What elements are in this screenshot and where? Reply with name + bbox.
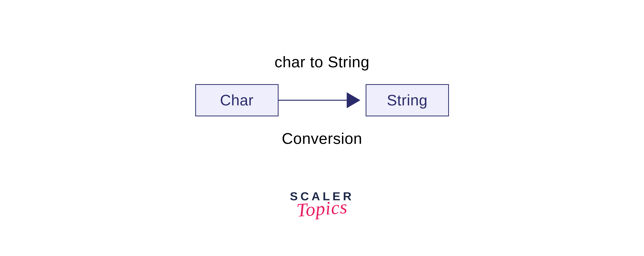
arrow-line-icon — [278, 100, 350, 101]
brand-logo: SCALER Topics — [290, 189, 354, 219]
diagram-container: char to String Char String Conversion — [152, 53, 492, 147]
flow-row: Char String — [195, 84, 449, 116]
arrow-container — [278, 84, 366, 116]
arrow-head-icon — [347, 92, 360, 108]
logo-line2: Topics — [296, 196, 348, 221]
target-box: String — [366, 84, 449, 116]
diagram-title: char to String — [274, 53, 370, 71]
source-box: Char — [195, 84, 278, 116]
diagram-subtitle: Conversion — [282, 130, 362, 147]
